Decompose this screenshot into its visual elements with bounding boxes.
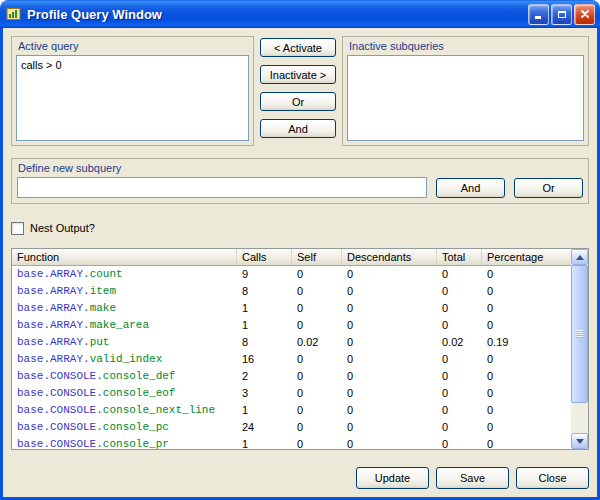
function-cell: base.CONSOLE.console_eof (12, 385, 237, 402)
function-qualifier: base.CONSOLE. (17, 404, 103, 416)
column-header-descendants[interactable]: Descendants (342, 249, 437, 265)
table-row[interactable]: base.ARRAY.item 8 0 0 0 0 (12, 283, 571, 300)
table-row[interactable]: base.ARRAY.make_area 1 0 0 0 0 (12, 317, 571, 334)
function-cell: base.CONSOLE.console_pr (12, 436, 237, 449)
inactivate-button[interactable]: Inactivate > (260, 65, 336, 84)
self-cell: 0 (292, 368, 342, 385)
column-header-function[interactable]: Function (12, 249, 237, 265)
total-cell: 0 (437, 419, 482, 436)
arrow-down-icon (576, 439, 584, 444)
inactive-subqueries-group: Inactive subqueries (342, 36, 589, 146)
and-button[interactable]: And (260, 119, 336, 138)
function-cell: base.CONSOLE.console_next_line (12, 402, 237, 419)
calls-cell: 16 (237, 351, 292, 368)
or-button[interactable]: Or (260, 92, 336, 111)
calls-cell: 1 (237, 317, 292, 334)
column-header-total[interactable]: Total (437, 249, 482, 265)
percentage-cell: 0 (482, 351, 571, 368)
table-row[interactable]: base.ARRAY.count 9 0 0 0 0 (12, 266, 571, 283)
update-button[interactable]: Update (356, 467, 429, 489)
table-row[interactable]: base.CONSOLE.console_def 2 0 0 0 0 (12, 368, 571, 385)
function-qualifier: base.ARRAY. (17, 302, 90, 314)
percentage-cell: 0 (482, 368, 571, 385)
scrollbar-track[interactable] (571, 265, 588, 433)
footer-buttons: Update Save Close (11, 467, 589, 489)
percentage-cell: 0 (482, 419, 571, 436)
active-query-list[interactable]: calls > 0 (16, 55, 249, 141)
close-icon (580, 9, 590, 19)
titlebar-buttons (528, 4, 595, 25)
subquery-or-button[interactable]: Or (514, 178, 583, 198)
column-header-calls[interactable]: Calls (237, 249, 292, 265)
column-header-self[interactable]: Self (292, 249, 342, 265)
percentage-cell: 0 (482, 283, 571, 300)
function-cell: base.ARRAY.make_area (12, 317, 237, 334)
close-button[interactable] (574, 4, 595, 25)
table-row[interactable]: base.CONSOLE.console_pr 1 0 0 0 0 (12, 436, 571, 449)
subquery-and-button[interactable]: And (436, 178, 505, 198)
total-cell: 0 (437, 317, 482, 334)
define-subquery-group: Define new subquery And Or (11, 158, 589, 204)
descendants-cell: 0 (342, 402, 437, 419)
maximize-button[interactable] (551, 4, 572, 25)
table-row[interactable]: base.ARRAY.valid_index 16 0 0 0 0 (12, 351, 571, 368)
self-cell: 0 (292, 436, 342, 449)
descendants-cell: 0 (342, 317, 437, 334)
function-qualifier: base.CONSOLE. (17, 438, 103, 449)
function-qualifier: base.ARRAY. (17, 268, 90, 280)
calls-cell: 3 (237, 385, 292, 402)
descendants-cell: 0 (342, 385, 437, 402)
calls-cell: 8 (237, 283, 292, 300)
self-cell: 0 (292, 419, 342, 436)
percentage-cell: 0 (482, 266, 571, 283)
function-qualifier: base.CONSOLE. (17, 421, 103, 433)
descendants-cell: 0 (342, 436, 437, 449)
minimize-button[interactable] (528, 4, 549, 25)
activate-button[interactable]: < Activate (260, 38, 336, 57)
table-row[interactable]: base.ARRAY.put 8 0.02 0 0.02 0.19 (12, 334, 571, 351)
table-scrollbar[interactable] (571, 249, 588, 449)
active-query-item[interactable]: calls > 0 (21, 58, 244, 72)
minimize-icon (534, 10, 544, 19)
window-title: Profile Query Window (27, 7, 523, 22)
self-cell: 0 (292, 283, 342, 300)
nest-output-row: Nest Output? (11, 220, 589, 236)
nest-output-label: Nest Output? (30, 222, 95, 234)
total-cell: 0 (437, 283, 482, 300)
self-cell: 0 (292, 317, 342, 334)
maximize-icon (557, 10, 567, 19)
descendants-cell: 0 (342, 419, 437, 436)
percentage-cell: 0 (482, 385, 571, 402)
calls-cell: 1 (237, 300, 292, 317)
total-cell: 0 (437, 266, 482, 283)
function-cell: base.ARRAY.make (12, 300, 237, 317)
function-feature: console_eof (103, 387, 176, 399)
function-feature: console_next_line (103, 404, 215, 416)
close-dialog-button[interactable]: Close (516, 467, 589, 489)
function-cell: base.CONSOLE.console_pc (12, 419, 237, 436)
table-row[interactable]: base.CONSOLE.console_next_line 1 0 0 0 0 (12, 402, 571, 419)
self-cell: 0 (292, 351, 342, 368)
column-header-percentage[interactable]: Percentage (482, 249, 571, 265)
table-row[interactable]: base.CONSOLE.console_eof 3 0 0 0 0 (12, 385, 571, 402)
nest-output-checkbox[interactable] (11, 222, 24, 235)
function-qualifier: base.ARRAY. (17, 336, 90, 348)
subquery-input[interactable] (17, 177, 427, 198)
calls-cell: 9 (237, 266, 292, 283)
save-button[interactable]: Save (436, 467, 509, 489)
titlebar[interactable]: Profile Query Window (0, 0, 600, 28)
calls-cell: 1 (237, 436, 292, 449)
scrollbar-thumb[interactable] (571, 265, 588, 403)
table-row[interactable]: base.CONSOLE.console_pc 24 0 0 0 0 (12, 419, 571, 436)
total-cell: 0 (437, 436, 482, 449)
function-qualifier: base.CONSOLE. (17, 370, 103, 382)
table-body[interactable]: base.ARRAY.count 9 0 0 0 0 base.ARRAY.it… (12, 266, 571, 449)
total-cell: 0 (437, 300, 482, 317)
scroll-down-button[interactable] (571, 433, 588, 449)
profile-query-window: Profile Query Window Active query calls … (0, 0, 600, 500)
scroll-up-button[interactable] (571, 249, 588, 265)
table-row[interactable]: base.ARRAY.make 1 0 0 0 0 (12, 300, 571, 317)
inactive-subqueries-list[interactable] (347, 55, 584, 141)
function-qualifier: base.ARRAY. (17, 285, 90, 297)
function-feature: console_pr (103, 438, 169, 449)
